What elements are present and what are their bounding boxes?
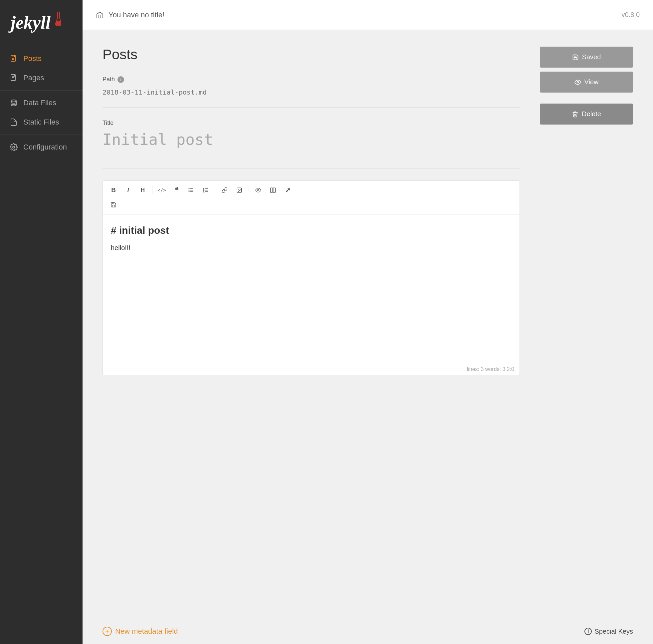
file-text-icon <box>9 54 18 63</box>
sidebar-item-configuration[interactable]: Configuration <box>0 138 82 157</box>
logo-area: jekyll <box>0 0 82 42</box>
page-title: Posts <box>102 47 520 63</box>
view-button-label: View <box>584 78 599 86</box>
content-sidebar: Saved View Delete <box>540 47 633 602</box>
header-version: v0.8.0 <box>622 11 640 19</box>
title-label: Title <box>102 119 520 127</box>
toolbar-sep-1 <box>152 186 152 194</box>
editor-h1: # initial post <box>111 223 511 238</box>
content-main: Posts Path i 2018-03-11-initial-post.md … <box>102 47 520 602</box>
sidebar-item-posts[interactable]: Posts <box>0 49 82 68</box>
view-button[interactable]: View <box>540 72 633 93</box>
content-bottom: + New metadata field i Special Keys <box>82 619 653 644</box>
sidebar: jekyll Posts <box>0 0 82 644</box>
trash-icon <box>572 111 578 118</box>
sidebar-item-data-files[interactable]: Data Files <box>0 93 82 113</box>
sidebar-item-static-files-label: Static Files <box>23 118 59 127</box>
delete-button[interactable]: Delete <box>540 104 633 124</box>
svg-point-5 <box>13 146 15 148</box>
path-input[interactable]: 2018-03-11-initial-post.md <box>102 86 520 108</box>
new-metadata-label: New metadata field <box>115 627 178 636</box>
image-button[interactable] <box>233 184 246 196</box>
header-notice-text: You have no title! <box>108 11 164 19</box>
ol-button[interactable]: 1. 2. 3. <box>199 184 212 196</box>
header-notice: You have no title! <box>96 11 164 19</box>
svg-point-4 <box>11 100 16 102</box>
bold-button[interactable]: B <box>107 184 120 196</box>
editor-stats: lines: 3 words: 3 2:0 <box>103 364 519 375</box>
path-field-group: Path i 2018-03-11-initial-post.md <box>102 76 520 109</box>
new-metadata-button[interactable]: + New metadata field <box>102 627 178 636</box>
editor-content[interactable]: # initial post hello!!! <box>103 214 519 364</box>
delete-button-label: Delete <box>582 110 601 118</box>
nav-divider-2 <box>0 135 82 135</box>
svg-point-23 <box>577 81 578 83</box>
database-icon <box>9 98 18 107</box>
editor-wrapper: B I H </> ❝ <box>102 181 520 375</box>
italic-button[interactable]: I <box>121 184 135 196</box>
toolbar-sep-2 <box>215 186 215 194</box>
svg-rect-21 <box>271 188 273 192</box>
link-button[interactable] <box>218 184 231 196</box>
svg-point-11 <box>189 191 190 192</box>
gear-icon <box>9 143 18 152</box>
svg-point-10 <box>189 190 190 191</box>
editor-toolbar: B I H </> ❝ <box>103 181 519 214</box>
sidebar-item-posts-label: Posts <box>23 54 42 63</box>
document-icon <box>9 118 18 127</box>
special-keys-label: Special Keys <box>595 628 633 635</box>
sidebar-nav: Posts Pages <box>0 42 82 163</box>
page-icon <box>9 74 18 82</box>
saved-button-label: Saved <box>582 53 601 61</box>
svg-text:jekyll: jekyll <box>8 13 51 32</box>
svg-point-20 <box>258 189 259 191</box>
quote-button[interactable]: ❝ <box>170 184 183 196</box>
path-label: Path i <box>102 76 520 83</box>
save-icon <box>572 54 579 61</box>
heading-button[interactable]: H <box>136 184 149 196</box>
jekyll-logo: jekyll <box>8 9 61 32</box>
svg-text:3.: 3. <box>203 191 205 193</box>
sidebar-item-configuration-label: Configuration <box>23 143 67 152</box>
title-field-group: Title Initial post <box>102 119 520 170</box>
editor-paragraph: hello!!! <box>111 243 511 253</box>
save-toolbar-button[interactable] <box>107 199 120 211</box>
svg-rect-22 <box>273 188 275 192</box>
content-area: Posts Path i 2018-03-11-initial-post.md … <box>82 30 653 619</box>
title-input[interactable]: Initial post <box>102 129 520 168</box>
path-info-icon[interactable]: i <box>118 76 124 83</box>
side-by-side-button[interactable] <box>266 184 280 196</box>
code-button[interactable]: </> <box>155 184 168 196</box>
sidebar-item-pages-label: Pages <box>23 74 44 82</box>
ul-button[interactable] <box>185 184 198 196</box>
btn-divider <box>540 98 633 98</box>
svg-point-19 <box>238 189 239 189</box>
sidebar-item-static-files[interactable]: Static Files <box>0 113 82 132</box>
sidebar-item-data-files-label: Data Files <box>23 98 56 107</box>
preview-button[interactable] <box>251 184 265 196</box>
plus-icon: + <box>102 627 112 636</box>
info-circle-icon: i <box>584 628 592 635</box>
sidebar-item-pages[interactable]: Pages <box>0 68 82 88</box>
fullscreen-button[interactable]: ⤢ <box>281 184 294 196</box>
header: You have no title! v0.8.0 <box>82 0 653 30</box>
svg-point-9 <box>189 188 190 189</box>
main-area: You have no title! v0.8.0 Posts Path i 2… <box>82 0 653 644</box>
nav-divider-1 <box>0 90 82 91</box>
eye-icon <box>575 79 581 86</box>
special-keys-button[interactable]: i Special Keys <box>584 628 633 635</box>
toolbar-sep-3 <box>249 186 249 194</box>
saved-button[interactable]: Saved <box>540 47 633 68</box>
home-icon <box>96 11 104 19</box>
